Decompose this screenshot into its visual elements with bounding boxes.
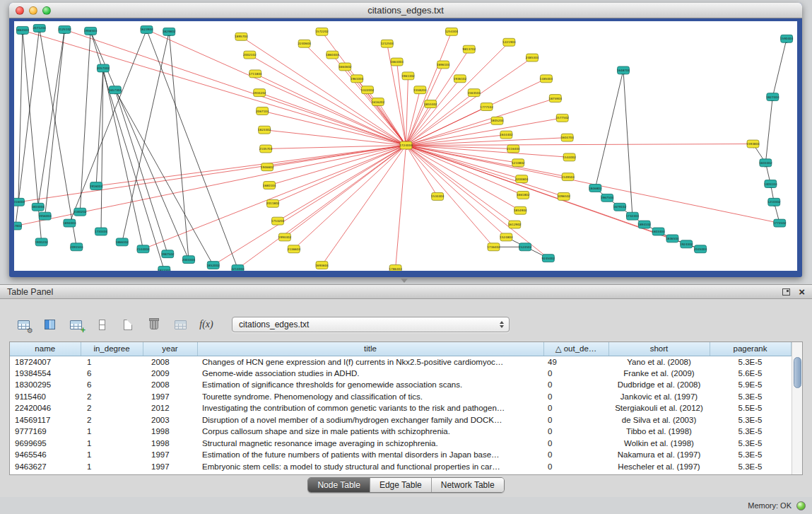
- graph-node[interactable]: 1852002: [206, 262, 220, 269]
- graph-node[interactable]: 1563504: [467, 89, 481, 97]
- graph-node[interactable]: 1855302: [424, 100, 437, 108]
- graph-node[interactable]: 1405104: [764, 180, 777, 188]
- graph-node[interactable]: 1679102: [613, 203, 627, 211]
- network-graph[interactable]: 1863504207120421251021956503162390418298…: [14, 21, 797, 271]
- graph-node[interactable]: 1657304: [109, 86, 122, 94]
- column-header-6[interactable]: pagerank: [710, 342, 791, 356]
- graph-node[interactable]: 2016004: [14, 198, 25, 206]
- graph-node[interactable]: 1956503: [84, 27, 98, 35]
- graph-node[interactable]: 1558204: [413, 86, 427, 94]
- graph-node[interactable]: 1644402: [500, 131, 513, 139]
- graph-node[interactable]: 1924302: [680, 240, 693, 248]
- graph-node[interactable]: 1936102: [454, 75, 467, 83]
- row-options-icon[interactable]: [94, 317, 110, 332]
- graph-node[interactable]: 1524804: [500, 233, 513, 241]
- graph-node[interactable]: 2214004: [231, 265, 245, 271]
- graph-node[interactable]: 2067104: [256, 107, 269, 115]
- graph-node[interactable]: 2002102: [243, 51, 257, 59]
- graph-node[interactable]: 1711804: [249, 70, 262, 78]
- graph-node[interactable]: 1846504: [666, 235, 679, 243]
- graph-node[interactable]: 1854904: [514, 206, 527, 214]
- close-panel-icon[interactable]: ×: [799, 288, 805, 296]
- graph-node[interactable]: 1934202: [253, 89, 266, 97]
- graph-node[interactable]: 1724004: [399, 141, 413, 149]
- column-header-5[interactable]: short: [608, 342, 710, 356]
- graph-node[interactable]: 2136604: [288, 245, 301, 253]
- table-row[interactable]: 1872400712008Changes of HCN gene express…: [10, 356, 791, 368]
- graph-node[interactable]: 1680104: [263, 182, 276, 189]
- import-table-icon[interactable]: +: [68, 317, 83, 332]
- graph-node[interactable]: 1254304: [445, 28, 459, 35]
- minimize-window-button[interactable]: [29, 6, 37, 15]
- table-row[interactable]: 2242004622012Investigating the contribut…: [10, 402, 791, 414]
- graph-node[interactable]: 1829802: [163, 28, 176, 35]
- graph-node[interactable]: 1922202: [158, 267, 171, 271]
- graph-node[interactable]: 1572202: [315, 28, 329, 35]
- table-settings-icon[interactable]: ⚙: [16, 317, 31, 332]
- float-panel-icon[interactable]: [782, 288, 790, 296]
- graph-node[interactable]: 1221904: [502, 38, 516, 46]
- graph-node[interactable]: 1210802: [512, 159, 525, 167]
- graph-node[interactable]: 1773502: [773, 219, 787, 227]
- graph-node[interactable]: 2057302: [97, 64, 110, 72]
- graph-node[interactable]: 2180202: [73, 208, 87, 216]
- graph-node[interactable]: 1534404: [431, 192, 445, 200]
- graph-node[interactable]: 1549504: [561, 173, 575, 181]
- graph-node[interactable]: 9245002: [542, 255, 555, 262]
- graph-node[interactable]: 1664602: [339, 63, 352, 71]
- network-canvas[interactable]: 1863504207120421251021956503162390418298…: [14, 21, 797, 271]
- graph-node[interactable]: 1210302: [767, 198, 781, 206]
- graph-node[interactable]: 1212504: [380, 40, 394, 47]
- graph-node[interactable]: 1900202: [35, 238, 48, 246]
- panel-divider-handle[interactable]: [401, 279, 408, 283]
- graph-node[interactable]: 9813702: [463, 45, 476, 53]
- graph-node[interactable]: 1603404: [652, 228, 665, 235]
- graph-node[interactable]: 1604704: [560, 134, 574, 141]
- graph-node[interactable]: 1616202: [372, 98, 385, 106]
- column-header-3[interactable]: title: [197, 342, 543, 356]
- graph-node[interactable]: 1895704: [235, 33, 248, 40]
- graph-node[interactable]: 1956004: [38, 212, 52, 220]
- column-header-0[interactable]: name: [10, 342, 81, 356]
- column-visibility-icon[interactable]: [42, 317, 57, 332]
- graph-node[interactable]: 1961004: [351, 75, 364, 83]
- graph-node[interactable]: 1736402: [487, 243, 500, 251]
- table-row[interactable]: 977716911998Corpus callosum shape and si…: [10, 426, 791, 438]
- zoom-window-button[interactable]: [42, 6, 51, 15]
- graph-node[interactable]: 1946602: [261, 163, 274, 171]
- graph-node[interactable]: 1860404: [326, 51, 339, 59]
- graph-node[interactable]: 1827404: [766, 93, 779, 101]
- table-row[interactable]: 1456911722003Disruption of a novel membe…: [10, 414, 791, 426]
- graph-node[interactable]: 1987502: [161, 250, 175, 258]
- table-row[interactable]: 1938455462009Genome-wide association stu…: [10, 368, 791, 380]
- graph-node[interactable]: 1593804: [746, 140, 760, 148]
- table-row[interactable]: 946362711997Embryonic stem cells: a mode…: [10, 461, 791, 473]
- graph-node[interactable]: 1096502: [557, 192, 570, 200]
- graph-node[interactable]: 1875904: [549, 95, 563, 103]
- graph-node[interactable]: 2045004: [694, 245, 707, 253]
- graph-node[interactable]: 2144004: [136, 245, 150, 253]
- new-table-icon[interactable]: [120, 317, 136, 332]
- graph-node[interactable]: 2091504: [70, 243, 83, 251]
- table-selector-dropdown[interactable]: citations_edges.txt: [232, 317, 510, 332]
- table-row[interactable]: 1830029562008Estimation of significance …: [10, 379, 791, 391]
- graph-node[interactable]: 2116404: [507, 145, 520, 153]
- graph-node[interactable]: 2485304: [526, 54, 539, 62]
- graph-node[interactable]: 1612902: [508, 221, 522, 228]
- column-header-4[interactable]: △ out_de…: [543, 342, 608, 356]
- graph-node[interactable]: 2071204: [33, 24, 46, 32]
- graph-node[interactable]: 1967504: [601, 194, 614, 201]
- graph-node[interactable]: 1732404: [626, 212, 640, 220]
- graph-node[interactable]: 1524502: [519, 243, 532, 251]
- graph-node[interactable]: 1648704: [617, 66, 630, 74]
- graph-node[interactable]: 2105704: [259, 145, 273, 153]
- tab-node-table[interactable]: Node Table: [308, 478, 370, 492]
- graph-node[interactable]: 1753204: [271, 217, 285, 225]
- graph-node[interactable]: 1916004: [90, 182, 103, 190]
- tab-edge-table[interactable]: Edge Table: [370, 478, 431, 492]
- graph-node[interactable]: 2003304: [182, 256, 196, 264]
- graph-node[interactable]: 2125102: [58, 25, 71, 33]
- graph-node[interactable]: 1961302: [401, 72, 415, 80]
- graph-node[interactable]: 1894102: [637, 221, 651, 228]
- table-row[interactable]: 911546021997Tourette syndrome. Phenomeno…: [10, 391, 791, 403]
